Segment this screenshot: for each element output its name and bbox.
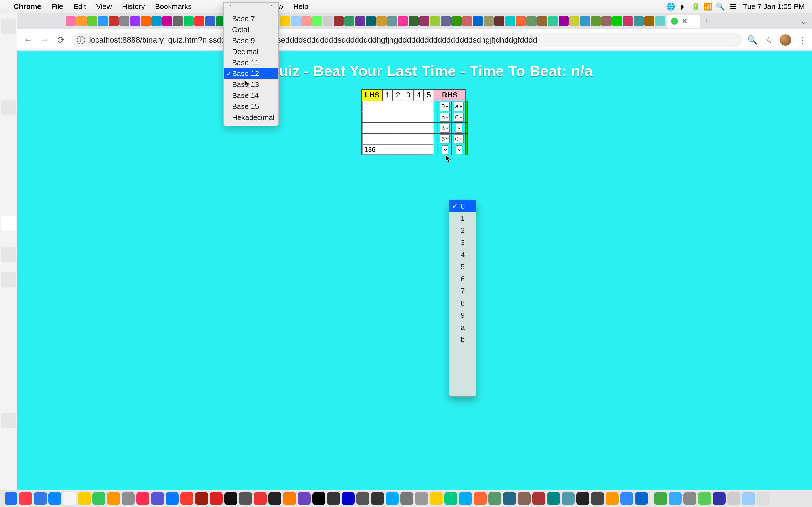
opt-3[interactable]: 3 [449,237,476,249]
dock-app-4[interactable] [63,492,76,505]
pinned-tab-51[interactable] [612,16,622,26]
dock-app-8[interactable] [122,492,135,505]
dock-app-44[interactable] [654,492,667,505]
pinned-tab-40[interactable] [494,16,504,26]
dock-app-42[interactable] [620,492,633,505]
edit-menu[interactable]: Edit [68,0,91,13]
pinned-tab-38[interactable] [473,16,483,26]
pinned-tab-29[interactable] [376,16,387,26]
help-menu[interactable]: Help [288,0,313,13]
dock-app-50[interactable] [742,492,755,505]
pinned-tab-33[interactable] [419,16,429,26]
digit-option-menu[interactable]: 0 1 2 3 4 5 6 7 8 9 a b [449,200,476,397]
pinned-tab-42[interactable] [516,16,526,26]
digit1-select-1[interactable]: 0 [440,102,450,111]
dock-app-23[interactable] [342,492,355,505]
opt-0[interactable]: 0 [449,200,476,212]
play-icon[interactable]: ⏵ [677,2,689,11]
dock-app-49[interactable] [727,492,741,505]
dock-app-32[interactable] [474,492,487,505]
pinned-tab-4[interactable] [109,16,119,26]
digit2-select-4[interactable]: 0 [454,134,463,144]
pinned-tab-48[interactable] [580,16,590,26]
base-option-base9[interactable]: Base 9 [223,35,278,46]
dock-app-2[interactable] [34,492,47,505]
dock-app-1[interactable] [19,492,32,505]
dock-app-26[interactable] [386,492,399,505]
dock-app-19[interactable] [283,492,296,505]
dock-app-16[interactable] [239,492,252,505]
dock-app-47[interactable] [698,492,711,505]
new-tab-button[interactable]: + [704,16,709,26]
address-bar[interactable]: i localhost:8888/binary_quiz.htm?n ssddd… [71,33,742,47]
dock-app-5[interactable] [78,492,91,505]
pinned-tab-25[interactable] [334,16,344,26]
digit2-select-3[interactable] [456,124,462,133]
base-option-hex[interactable]: Hexadecimal [223,112,278,123]
dock-app-48[interactable] [713,492,726,505]
dock-app-34[interactable] [503,492,516,505]
dock-app-45[interactable] [669,492,682,505]
digit2-select-2[interactable]: 0 [454,113,463,122]
lhs-input-1[interactable] [362,101,434,111]
pinned-tab-20[interactable] [280,16,290,26]
pinned-tab-22[interactable] [301,16,312,26]
chrome-menu-icon[interactable]: ⋮ [799,35,807,45]
dock-app-29[interactable] [430,492,443,505]
dock-app-33[interactable] [488,492,501,505]
opt-5[interactable]: 5 [449,261,476,273]
dock-app-31[interactable] [459,492,472,505]
pinned-tab-49[interactable] [591,16,601,26]
battery-icon[interactable]: 🔋 [689,2,702,11]
dock-app-27[interactable] [400,492,413,505]
dock-app-18[interactable] [268,492,282,505]
digit2-select-1[interactable]: a [454,102,463,111]
dock-app-13[interactable] [195,492,208,505]
base-option-base13[interactable]: Base 13 [223,79,278,90]
opt-4[interactable]: 4 [449,249,476,261]
pinned-tab-50[interactable] [601,16,612,26]
opt-8[interactable]: 8 [449,297,476,309]
pinned-tab-13[interactable] [205,16,215,26]
pinned-tab-45[interactable] [548,16,558,26]
back-button[interactable]: ← [22,34,34,46]
dock-app-12[interactable] [181,492,193,505]
dock-app-43[interactable] [635,492,648,505]
pinned-tab-1[interactable] [77,16,87,26]
pinned-tab-47[interactable] [569,16,579,26]
base-option-base14[interactable]: Base 14 [223,90,278,101]
pinned-tab-9[interactable] [162,16,172,26]
base-option-base12[interactable]: Base 12 [223,68,278,79]
pinned-tab-27[interactable] [355,16,365,26]
dock-app-6[interactable] [93,492,105,505]
dock-app-9[interactable] [137,492,149,505]
dock-app-15[interactable] [224,492,238,505]
dock-app-51[interactable] [757,492,770,505]
dock-app-0[interactable] [4,492,17,505]
pinned-tab-37[interactable] [462,16,472,26]
bookmarks-menu[interactable]: Bookmarks [150,0,197,13]
dock-app-20[interactable] [298,492,311,505]
pinned-tab-3[interactable] [98,16,108,26]
dock-app-25[interactable] [371,492,384,505]
lhs-input-2[interactable] [362,112,434,122]
dock-app-30[interactable] [444,492,457,505]
dock-app-10[interactable] [151,492,164,505]
base-option-octal[interactable]: Octal [223,24,278,35]
digit1-select-2[interactable]: b [440,113,450,122]
pinned-tab-44[interactable] [537,16,547,26]
digit1-select-4[interactable]: 6 [440,134,450,144]
wifi-icon[interactable]: 📶 [702,2,714,11]
profile-avatar[interactable] [780,34,791,46]
dock-app-46[interactable] [683,492,696,505]
pinned-tab-10[interactable] [173,16,183,26]
digit1-select-5[interactable] [442,145,448,154]
app-name-menu[interactable]: Chrome [8,0,46,13]
dock-app-3[interactable] [49,492,61,505]
forward-button[interactable]: → [39,34,50,46]
dock-app-17[interactable] [254,492,267,505]
dock-app-39[interactable] [576,492,589,505]
pinned-tab-11[interactable] [184,16,194,26]
close-tab-button[interactable]: ✕ [682,17,688,25]
dock-app-24[interactable] [356,492,369,505]
